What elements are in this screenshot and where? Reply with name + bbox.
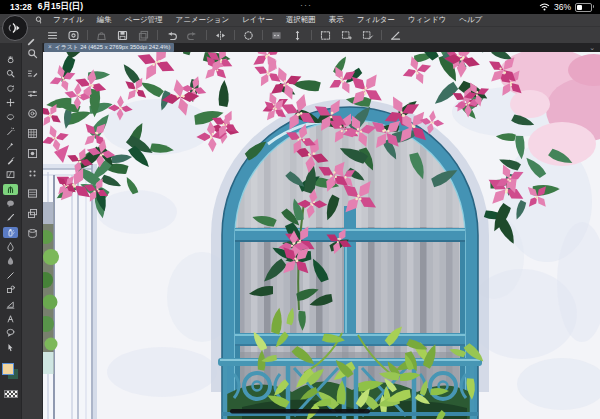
asset-store-button[interactable] <box>91 28 112 42</box>
decoration-tool[interactable] <box>3 184 18 195</box>
lasso-select-tool[interactable] <box>3 112 18 123</box>
canvas-artwork[interactable] <box>42 52 600 419</box>
color-swatches[interactable] <box>2 363 19 380</box>
menu-ヘルプ[interactable]: ヘルプ <box>459 15 482 25</box>
multitask-dots-icon: ··· <box>300 0 312 10</box>
menu-選択範囲[interactable]: 選択範囲 <box>286 15 316 25</box>
brush-tool[interactable] <box>3 212 18 223</box>
app-window: { "status_bar": { "time": "13:28", "date… <box>0 0 600 419</box>
undo-button[interactable] <box>161 28 182 42</box>
quick-edit-icon[interactable] <box>26 32 35 50</box>
approx-color-palette[interactable] <box>25 167 40 180</box>
expand-button[interactable] <box>287 28 308 42</box>
menu-編集[interactable]: 編集 <box>97 15 112 25</box>
zoom-tool[interactable] <box>3 68 18 79</box>
select-remove-button[interactable] <box>357 28 378 42</box>
auto-select-tool[interactable] <box>3 126 18 137</box>
frame-border-tool[interactable] <box>3 169 18 180</box>
airbrush-tool[interactable] <box>3 227 18 238</box>
eyedropper-tool[interactable] <box>3 140 18 151</box>
status-bar: 13:28 6月15日(日) ··· 36% <box>0 0 600 14</box>
balloon-pen-tool[interactable] <box>3 198 18 209</box>
toolbar-separator <box>311 30 312 40</box>
rotate-canvas-tool[interactable] <box>3 83 18 94</box>
toolbar-separator <box>262 30 263 40</box>
special-ruler-button[interactable] <box>238 28 259 42</box>
main-menu-button[interactable] <box>42 28 63 42</box>
color-mix-palette[interactable] <box>25 147 40 160</box>
fill-tool[interactable] <box>3 255 18 266</box>
tool-column <box>0 42 22 419</box>
select-add-button[interactable] <box>336 28 357 42</box>
palette-dock <box>22 42 43 419</box>
polyline-tool[interactable] <box>3 299 18 310</box>
home-indicator <box>230 409 370 414</box>
toolbar-separator <box>157 30 158 40</box>
figure-tool[interactable] <box>3 284 18 295</box>
battery-icon <box>575 3 592 12</box>
flip-view-button[interactable] <box>210 28 231 42</box>
command-toolbar <box>0 26 600 43</box>
battery-percent: 36% <box>554 2 571 12</box>
menu-ページ管理[interactable]: ページ管理 <box>125 15 163 25</box>
document-tab-strip: × イラスト 24 (4625 x 2769px 350dpi 242.4%) … <box>42 42 600 52</box>
redo-button[interactable] <box>182 28 203 42</box>
menu-フィルター[interactable]: フィルター <box>357 15 395 25</box>
text-tool[interactable] <box>3 313 18 324</box>
line-tool[interactable] <box>3 270 18 281</box>
menu-レイヤー[interactable]: レイヤー <box>242 15 273 25</box>
tab-title: イラスト 24 (4625 x 2769px 350dpi 242.4%) <box>55 43 171 52</box>
pen-tool[interactable] <box>3 155 18 166</box>
foreground-color-swatch[interactable] <box>2 363 14 375</box>
page-export-button[interactable] <box>133 28 154 42</box>
wifi-icon <box>539 3 550 11</box>
menu-bar: ファイル編集ページ管理アニメーションレイヤー選択範囲表示フィルターウィンドウヘル… <box>0 14 600 26</box>
clock: 13:28 <box>10 2 32 12</box>
pan-tool[interactable] <box>3 54 18 65</box>
move-layer-tool[interactable] <box>3 97 18 108</box>
transparent-color-swatch[interactable] <box>4 390 18 398</box>
tab-list-chevron-icon[interactable]: ⌄ <box>589 44 595 51</box>
layers-palette[interactable] <box>25 207 40 220</box>
menu-ウィンドウ[interactable]: ウィンドウ <box>408 15 446 25</box>
color-wheel-palette[interactable] <box>25 107 40 120</box>
canvas-area: × イラスト 24 (4625 x 2769px 350dpi 242.4%) … <box>42 42 600 419</box>
celsys-quasar-icon[interactable] <box>34 15 43 25</box>
blend-tool[interactable] <box>3 241 18 252</box>
snap-angle-button[interactable] <box>385 28 406 42</box>
color-set-palette[interactable] <box>25 127 40 140</box>
brush-size-palette[interactable] <box>25 87 40 100</box>
tool-property-palette[interactable] <box>25 67 40 80</box>
toolbar-separator <box>234 30 235 40</box>
clip-studio-home-button[interactable] <box>63 28 84 42</box>
date: 6月15日(日) <box>38 1 83 13</box>
tab-close-icon[interactable]: × <box>48 44 52 51</box>
menu-ファイル[interactable]: ファイル <box>53 15 84 25</box>
menu-表示[interactable]: 表示 <box>329 15 344 25</box>
document-tab[interactable]: × イラスト 24 (4625 x 2769px 350dpi 242.4%) <box>44 43 174 52</box>
select-rectangle-button[interactable] <box>315 28 336 42</box>
clip-studio-logo-icon[interactable] <box>2 15 28 41</box>
balloon-tool[interactable] <box>3 327 18 338</box>
object-tool[interactable] <box>3 342 18 353</box>
toolbar-separator <box>381 30 382 40</box>
save-button[interactable] <box>112 28 133 42</box>
tone-button[interactable] <box>266 28 287 42</box>
toolbar-separator <box>87 30 88 40</box>
menu-アニメーション[interactable]: アニメーション <box>176 15 230 25</box>
layer-property-palette[interactable] <box>25 187 40 200</box>
toolbar-separator <box>206 30 207 40</box>
material-palette[interactable] <box>25 227 40 240</box>
